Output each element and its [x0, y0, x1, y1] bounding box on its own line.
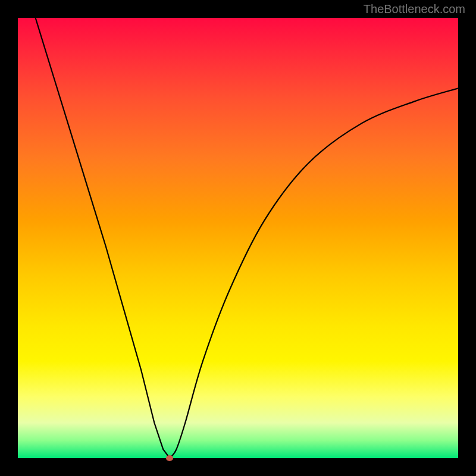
chart-curve	[18, 18, 458, 458]
watermark-text: TheBottleneck.com	[364, 2, 465, 16]
chart-marker-dot	[166, 455, 173, 461]
chart-plot-area	[18, 18, 458, 458]
